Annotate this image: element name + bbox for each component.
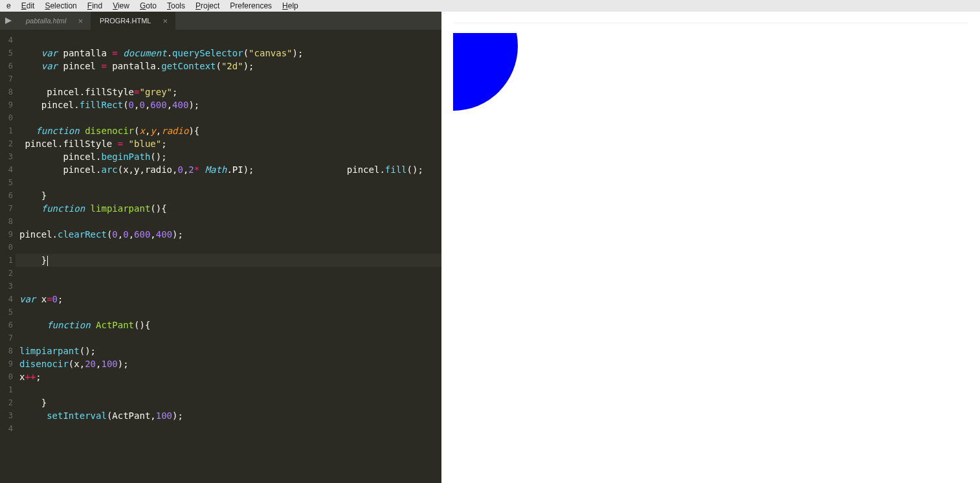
code-line[interactable]: var pincel = pantalla.getContext("2d"); <box>19 60 441 73</box>
menu-item-edit[interactable]: Edit <box>17 1 39 10</box>
main-split: pabtalla.html × PROGR4.HTML × 4567890123… <box>0 12 980 483</box>
tab-bar: pabtalla.html × PROGR4.HTML × <box>0 12 441 30</box>
close-icon[interactable]: × <box>78 16 83 26</box>
line-number: 3 <box>0 280 13 293</box>
line-number: 2 <box>0 137 13 150</box>
code-area[interactable]: var pantalla = document.querySelector("c… <box>16 30 441 483</box>
line-number: 6 <box>0 189 13 202</box>
code-line[interactable]: pincel.fillStyle="grey"; <box>19 85 441 98</box>
code-line[interactable] <box>19 280 441 293</box>
line-number: 1 <box>0 254 13 267</box>
editor-pane: pabtalla.html × PROGR4.HTML × 4567890123… <box>0 12 441 483</box>
line-number: 7 <box>0 73 13 85</box>
browser-chrome-strip <box>453 12 968 23</box>
line-number: 7 <box>0 202 13 215</box>
close-icon[interactable]: × <box>162 16 168 26</box>
menu-bar: e Edit Selection Find View Goto Tools Pr… <box>0 0 980 12</box>
line-number: 2 <box>0 267 13 280</box>
menu-item-project[interactable]: Project <box>192 1 223 10</box>
code-line[interactable]: var x=0; <box>19 293 441 306</box>
line-number: 4 <box>0 163 13 176</box>
tab-label: pabtalla.html <box>26 17 66 25</box>
line-number: 4 <box>0 422 13 435</box>
line-number: 7 <box>0 331 13 344</box>
line-number: 3 <box>0 409 13 422</box>
line-number: 0 <box>0 370 13 383</box>
tab-progr4[interactable]: PROGR4.HTML × <box>91 12 175 30</box>
code-line[interactable]: limpiarpant(); <box>19 344 441 357</box>
line-number: 1 <box>0 383 13 396</box>
line-number: 2 <box>0 396 13 409</box>
code-line[interactable] <box>19 306 441 319</box>
line-number: 3 <box>0 150 13 163</box>
line-number: 0 <box>0 111 13 124</box>
code-line[interactable] <box>19 241 441 254</box>
play-icon <box>5 17 12 24</box>
code-line[interactable] <box>19 383 441 396</box>
line-number: 8 <box>0 85 13 98</box>
tab-label: PROGR4.HTML <box>100 17 151 25</box>
line-number: 9 <box>0 357 13 370</box>
menu-item-view[interactable]: View <box>109 1 133 10</box>
line-number: 6 <box>0 60 13 73</box>
code-line[interactable]: var pantalla = document.querySelector("c… <box>19 47 441 60</box>
code-line[interactable]: } <box>19 189 441 202</box>
code-line[interactable] <box>19 215 441 228</box>
line-number: 5 <box>0 47 13 60</box>
code-line[interactable] <box>19 422 441 435</box>
code-line[interactable]: function ActPant(){ <box>19 319 441 331</box>
line-number: 5 <box>0 176 13 189</box>
svg-marker-0 <box>5 17 12 24</box>
code-line[interactable] <box>19 331 441 344</box>
editor-body[interactable]: 4567890123456789012345678901234 var pant… <box>0 30 441 483</box>
code-line[interactable]: disenocir(x,20,100); <box>19 357 441 370</box>
line-number: 4 <box>0 293 13 306</box>
svg-point-2 <box>453 33 518 111</box>
tab-pabtalla[interactable]: pabtalla.html × <box>17 12 91 30</box>
code-line[interactable]: } <box>19 396 441 409</box>
line-number: 8 <box>0 215 13 228</box>
line-gutter: 4567890123456789012345678901234 <box>0 30 16 483</box>
play-button[interactable] <box>0 12 17 30</box>
line-number: 0 <box>0 241 13 254</box>
menu-item-preferences[interactable]: Preferences <box>226 1 276 10</box>
code-line[interactable]: pincel.clearRect(0,0,600,400); <box>19 228 441 241</box>
menu-item-goto[interactable]: Goto <box>136 1 161 10</box>
line-number: 8 <box>0 344 13 357</box>
line-number: 4 <box>0 34 13 47</box>
code-line[interactable] <box>19 111 441 124</box>
menu-item-tools[interactable]: Tools <box>163 1 189 10</box>
code-line[interactable] <box>19 73 441 85</box>
canvas-output <box>453 33 537 111</box>
line-number: 1 <box>0 124 13 137</box>
menu-item-selection[interactable]: Selection <box>41 1 80 10</box>
menu-item-help[interactable]: Help <box>278 1 302 10</box>
code-line[interactable]: pincel.fillStyle = "blue"; <box>19 137 441 150</box>
code-line[interactable]: x++; <box>19 370 441 383</box>
menu-item-file[interactable]: e <box>3 1 15 10</box>
code-line[interactable] <box>19 176 441 189</box>
code-line[interactable] <box>19 34 441 47</box>
line-number: 9 <box>0 98 13 111</box>
code-line[interactable]: setInterval(ActPant,100); <box>19 409 441 422</box>
code-line[interactable]: pincel.arc(x,y,radio,0,2* Math.PI); pinc… <box>19 163 441 176</box>
code-line[interactable]: pincel.beginPath(); <box>19 150 441 163</box>
code-line[interactable] <box>19 267 441 280</box>
line-number: 6 <box>0 319 13 331</box>
line-number: 9 <box>0 228 13 241</box>
line-number: 5 <box>0 306 13 319</box>
code-line[interactable]: function limpiarpant(){ <box>19 202 441 215</box>
code-line[interactable]: function disenocir(x,y,radio){ <box>19 124 441 137</box>
menu-item-find[interactable]: Find <box>84 1 106 10</box>
browser-output-pane <box>441 12 980 483</box>
code-line[interactable]: pincel.fillRect(0,0,600,400); <box>19 98 441 111</box>
